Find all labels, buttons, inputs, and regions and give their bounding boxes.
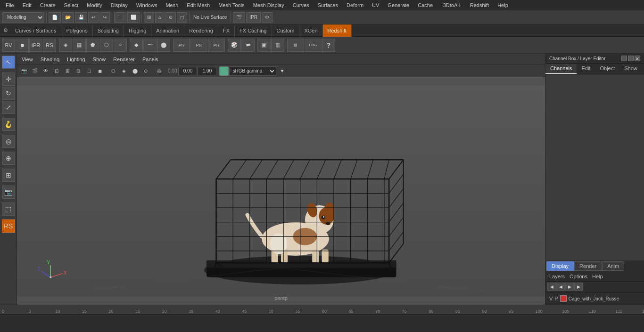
move-tool-btn[interactable]: ✛	[2, 73, 15, 86]
vp-render-icon[interactable]: ⬤	[130, 66, 140, 76]
dt-display[interactable]: Display	[546, 261, 574, 271]
tab-rigging[interactable]: Rigging	[124, 24, 151, 37]
rs-icon-11[interactable]: 〜	[143, 39, 157, 52]
viewport-3d[interactable]: X Y Z persp	[17, 77, 545, 305]
menu-create[interactable]: Create	[36, 1, 59, 9]
vp-show-icon[interactable]: ⊞	[62, 66, 73, 76]
open-file-btn[interactable]: 📂	[62, 12, 74, 23]
vp-select-icon[interactable]: ⊡	[51, 66, 62, 76]
lasso-tool-btn[interactable]: 🪝	[2, 118, 15, 131]
rs-icon-16[interactable]: ▥	[271, 39, 284, 52]
rs-icon-script[interactable]: ▤	[287, 39, 304, 52]
menu-mesh-display[interactable]: Mesh Display	[249, 1, 288, 9]
vp-grid-icon[interactable]: ⊟	[73, 66, 83, 76]
dt-render[interactable]: Render	[574, 261, 602, 271]
menu-curves[interactable]: Curves	[289, 1, 313, 9]
layer-back-btn[interactable]: ◀	[556, 283, 565, 291]
undo-btn[interactable]: ↩	[88, 12, 99, 23]
rs-icon-10[interactable]: ◆	[130, 39, 143, 52]
layer-last-btn[interactable]: ▶	[574, 283, 583, 291]
vp-wire-icon[interactable]: ◻	[84, 66, 94, 76]
tab-fx[interactable]: FX	[218, 24, 235, 37]
tab-show[interactable]: Show	[619, 64, 642, 74]
vp-shape-icon[interactable]: ⬡	[108, 66, 118, 76]
panel-maximize-btn[interactable]	[628, 56, 634, 61]
redo-btn[interactable]: ↪	[99, 12, 110, 23]
snap-point-btn[interactable]: ⊙	[165, 12, 176, 23]
scale-tool-btn[interactable]: ⤢	[2, 101, 15, 114]
menu-edit[interactable]: Edit	[19, 1, 35, 9]
menu-mesh[interactable]: Mesh	[162, 1, 182, 9]
lasso-btn[interactable]: ⬜	[127, 12, 140, 23]
rotate-tool-btn[interactable]: ↻	[2, 87, 15, 100]
rs-icon-9[interactable]: ⌔	[114, 39, 127, 52]
lm-layers[interactable]: Layers	[547, 273, 567, 280]
vp-input-2[interactable]	[198, 67, 216, 75]
timeline-ruler[interactable]: 0510152025303540455055606570758085909510…	[0, 305, 644, 315]
tab-xgen[interactable]: XGen	[299, 24, 322, 37]
menu-uv[interactable]: UV	[368, 1, 383, 9]
mode-dropdown[interactable]: Modeling	[2, 12, 44, 23]
vp-menu-lighting[interactable]: Lighting	[64, 56, 88, 63]
vp-aa-icon[interactable]: ⊙	[140, 66, 151, 76]
render-region-btn[interactable]: ⬚	[2, 202, 15, 216]
vp-smooth-icon[interactable]: ◼	[95, 66, 105, 76]
menu-cache[interactable]: Cache	[414, 1, 437, 9]
rs-icon-6[interactable]: ▦	[73, 39, 86, 52]
tab-redshift[interactable]: Redshift	[323, 24, 352, 37]
vp-menu-renderer[interactable]: Renderer	[110, 56, 138, 63]
menu-generate[interactable]: Generate	[384, 1, 413, 9]
menu-help[interactable]: Help	[494, 1, 512, 9]
layer-fwd-btn[interactable]: ▶	[565, 283, 574, 291]
rs-icon-pr2[interactable]: PR	[190, 39, 207, 52]
render-settings-btn[interactable]: ⚙	[262, 12, 272, 23]
vp-isolate-icon[interactable]: ◎	[154, 66, 164, 76]
tab-polygons[interactable]: Polygons	[61, 24, 92, 37]
rs-icon-7[interactable]: ⬟	[86, 39, 99, 52]
select-tool-btn[interactable]: ↖	[2, 56, 15, 69]
menu-file[interactable]: File	[2, 1, 18, 9]
tab-object[interactable]: Object	[595, 64, 619, 74]
menu-select[interactable]: Select	[60, 1, 83, 9]
rs-icon-5[interactable]: ◈	[59, 39, 72, 52]
save-file-btn[interactable]: 💾	[75, 12, 87, 23]
vp-menu-panels[interactable]: Panels	[140, 56, 161, 63]
rs-icon-15[interactable]: ▣	[257, 39, 271, 52]
snap-toggle-btn[interactable]: ⊞	[2, 169, 15, 182]
rs-icon-2[interactable]: ⏺	[16, 39, 29, 52]
rs-logo-btn[interactable]: RS	[2, 219, 15, 233]
snap-curve-btn[interactable]: ⌂	[155, 12, 165, 23]
tab-fx-caching[interactable]: FX Caching	[235, 24, 272, 37]
vp-menu-view[interactable]: View	[19, 56, 36, 63]
vp-colorspace-dropdown[interactable]: sRGB gamma	[229, 66, 276, 76]
menu-edit-mesh[interactable]: Edit Mesh	[183, 1, 214, 9]
select-btn[interactable]: ⬛	[114, 12, 126, 23]
vp-film-icon[interactable]: 🎬	[30, 66, 40, 76]
rs-icon-12[interactable]: ⬤	[157, 39, 170, 52]
lm-options[interactable]: Options	[568, 273, 589, 280]
tab-sculpting[interactable]: Sculpting	[93, 24, 124, 37]
new-file-btn[interactable]: 📄	[49, 12, 61, 23]
menu-3dto[interactable]: -3DtoAll-	[438, 1, 465, 9]
rs-icon-pr1[interactable]: PR	[173, 39, 190, 52]
tab-curves-surfaces[interactable]: Curves / Surfaces	[10, 24, 61, 37]
menu-modify[interactable]: Modify	[83, 1, 106, 9]
rs-icon-3[interactable]: IPR	[29, 39, 42, 52]
layer-new-btn[interactable]: ◀	[547, 283, 556, 291]
rs-icon-14[interactable]: ⇌	[241, 39, 255, 52]
layer-color-swatch[interactable]	[560, 295, 567, 302]
camera-btn[interactable]: 📷	[2, 186, 15, 199]
tab-channels[interactable]: Channels	[545, 64, 577, 74]
rs-icon-pr3[interactable]: PR	[208, 39, 225, 52]
layer-row-1[interactable]: V P Cage_with_Jack_Russe	[547, 294, 642, 303]
vp-camera-icon[interactable]: 📷	[19, 66, 29, 76]
menu-mesh-tools[interactable]: Mesh Tools	[215, 1, 248, 9]
menu-display[interactable]: Display	[107, 1, 132, 9]
vp-menu-shading[interactable]: Shading	[38, 56, 62, 63]
rs-icon-help[interactable]: ?	[322, 39, 335, 52]
vp-eye-icon[interactable]: 👁	[41, 66, 51, 76]
rs-icon-1[interactable]: RV	[2, 39, 15, 52]
rs-icon-13[interactable]: 🎲	[228, 39, 241, 52]
snap-grid-btn[interactable]: ⊞	[144, 12, 154, 23]
snap-view-btn[interactable]: ◻	[177, 12, 187, 23]
